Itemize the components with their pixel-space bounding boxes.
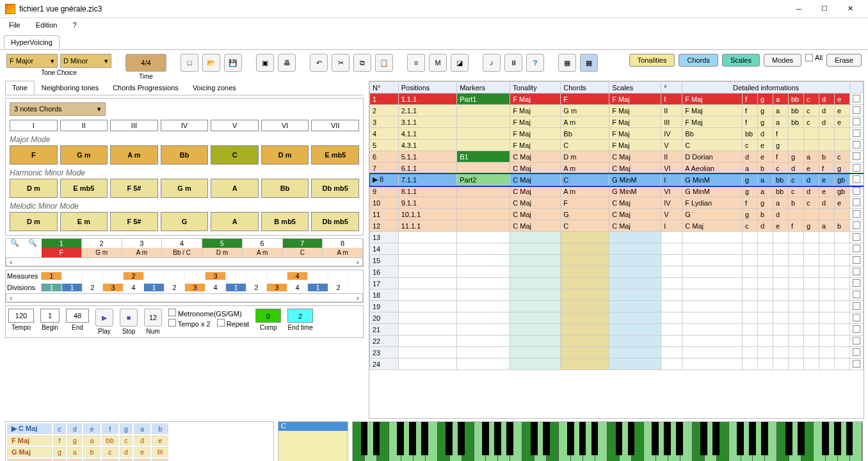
tonalities-button[interactable]: Tonalities (629, 54, 675, 67)
table-row[interactable]: 22.1.1F MajG mF MajIIF Majfgabbcde (370, 105, 864, 117)
piano-black-key[interactable] (397, 422, 404, 455)
metronome-check[interactable] (168, 309, 176, 316)
chord-button[interactable]: F 5# (110, 212, 158, 231)
table-row[interactable]: 44.1.1F MajBbF MajIVBbbbdf (370, 128, 864, 140)
table-row[interactable]: ▶ 87.1.1Part2C MajCG MinMIG MinMgabbcdeg… (370, 174, 864, 186)
play-button[interactable]: ▶ (95, 309, 113, 327)
table-row[interactable]: 11.1.1Part1F MajFF MajIF Majfgabbcde (370, 93, 864, 105)
table-row[interactable]: 15 (370, 255, 864, 266)
table-row[interactable]: 98.1.1C MajA mG MinMVIG MinMgabbcdegb (370, 186, 864, 197)
begin-input[interactable] (40, 309, 60, 323)
scale-row[interactable]: E MinHef#gabcd# (7, 458, 168, 461)
close-button[interactable]: ✕ (837, 1, 863, 17)
chord-button[interactable]: Db mb5 (311, 179, 359, 198)
chord-button[interactable]: A (211, 212, 259, 231)
table-row[interactable]: 1110.1.1C MajGC MajVGgbd (370, 209, 864, 220)
scale-row[interactable]: ▶ C Majcdefgab (7, 423, 168, 434)
table-row[interactable]: 20 (370, 312, 864, 324)
help-button[interactable]: ? (526, 54, 544, 72)
table-row[interactable]: 33.1.1F MajA mF MajIIIF Majfgabbcde (370, 117, 864, 128)
piano-white-key[interactable]: T (607, 422, 620, 461)
chord-button[interactable]: D m (261, 145, 309, 165)
chord-button[interactable]: C (211, 145, 259, 165)
chord-button[interactable]: E mb5 (60, 179, 108, 198)
scale-row[interactable]: F Majfgabbcde (7, 435, 168, 446)
piano-white-key[interactable]: T (438, 422, 450, 461)
piano-black-key[interactable] (409, 422, 416, 455)
relative-select[interactable]: D Minor▾ (60, 54, 111, 68)
piano-black-key[interactable] (628, 422, 635, 455)
undo-button[interactable]: ↶ (310, 54, 328, 72)
minimize-button[interactable]: ─ (786, 1, 812, 17)
table-row[interactable]: 18 (370, 289, 864, 301)
piano-black-key[interactable] (798, 422, 805, 455)
scroll-left[interactable]: ‹ (6, 258, 15, 266)
piano-black-key[interactable] (676, 422, 683, 455)
new-button[interactable]: □ (181, 54, 198, 72)
piano-black-key[interactable] (846, 422, 853, 455)
chord-button[interactable]: Db mb5 (311, 212, 359, 231)
copy-button[interactable]: ⧉ (353, 54, 371, 72)
chord-button[interactable]: D m (10, 212, 58, 231)
m-button[interactable]: M (429, 54, 447, 72)
table-row[interactable]: 1211.1.1C MajCC MajIC Majcdefgab (370, 220, 864, 232)
table-row[interactable]: 19 (370, 301, 864, 312)
app-tab[interactable]: HyperVoicing (4, 35, 60, 49)
tempox2-check[interactable] (168, 319, 176, 327)
chord-button[interactable]: D m (10, 179, 58, 198)
piano-black-key[interactable] (761, 422, 768, 455)
repeat-check[interactable] (217, 319, 225, 327)
piano-black-key[interactable] (737, 422, 744, 455)
chord-grid[interactable]: N°PositionsMarkersTonalityChordsScales°D… (369, 81, 864, 370)
piano-black-key[interactable] (700, 422, 707, 455)
cut-button[interactable]: ✂ (332, 54, 350, 72)
zoom-in-icon[interactable]: 🔍 (24, 239, 42, 257)
tab-tone[interactable]: Tone (5, 81, 35, 95)
piano-black-key[interactable] (482, 422, 489, 455)
end-input[interactable] (66, 309, 89, 323)
piano-black-key[interactable] (531, 422, 538, 455)
piano-black-key[interactable] (822, 422, 829, 455)
chord-button[interactable]: G m (60, 145, 108, 165)
table-row[interactable]: 54.3.1F MajCF MajVCceg (370, 140, 864, 151)
table-row[interactable]: 109.1.1C MajFC MajIVF Lydianfgabcde (370, 197, 864, 209)
table-row[interactable]: 24 (370, 359, 864, 370)
piano-white-key[interactable] (559, 422, 571, 461)
piano-black-key[interactable] (712, 422, 719, 455)
tab-voicing[interactable]: Voicing zones (186, 81, 243, 95)
table-row[interactable]: 21 (370, 324, 864, 336)
chord-button[interactable]: F 5# (110, 179, 158, 198)
chord-type-select[interactable]: 3 notes Chords▾ (10, 102, 106, 116)
pause-button[interactable]: ⏸ (504, 54, 522, 72)
chord-button[interactable]: A m (110, 145, 158, 165)
piano-black-key[interactable] (494, 422, 501, 455)
grid2-button[interactable]: ▦ (580, 54, 598, 72)
piano-black-key[interactable] (616, 422, 623, 455)
piano-black-key[interactable] (506, 422, 513, 455)
settings-button[interactable]: ≡ (407, 54, 425, 72)
piano-black-key[interactable] (579, 422, 586, 455)
piano-black-key[interactable] (664, 422, 671, 455)
piano-black-key[interactable] (543, 422, 550, 455)
piano-black-key[interactable] (834, 422, 841, 455)
chord-button[interactable]: A (211, 179, 259, 198)
piano-white-key[interactable] (474, 422, 486, 461)
piano-black-key[interactable] (361, 422, 368, 455)
stop-button[interactable]: ■ (120, 309, 138, 327)
chord-button[interactable]: F (10, 145, 58, 165)
note-button[interactable]: ♪ (483, 54, 501, 72)
table-row[interactable]: 65.1.1B1C MajD mC MajIID Doriandefgabc (370, 151, 864, 163)
maximize-button[interactable]: ☐ (812, 1, 837, 17)
all-check[interactable] (805, 54, 813, 61)
chord-button[interactable]: G (161, 212, 209, 231)
piano-white-key[interactable]: T (777, 422, 789, 461)
table-row[interactable]: 17 (370, 278, 864, 289)
tab-neighboring[interactable]: Neighboring tones (35, 81, 106, 95)
save-button[interactable]: 💾 (224, 54, 242, 72)
chords-button[interactable]: Chords (679, 54, 718, 67)
table-row[interactable]: 76.1.1C MajA mC MajVIA Aeolianabcdefg (370, 163, 864, 174)
piano-white-key[interactable] (644, 422, 656, 461)
tool-button[interactable]: ◪ (451, 54, 469, 72)
chord-button[interactable]: E mb5 (311, 145, 359, 165)
table-row[interactable]: 13 (370, 232, 864, 243)
